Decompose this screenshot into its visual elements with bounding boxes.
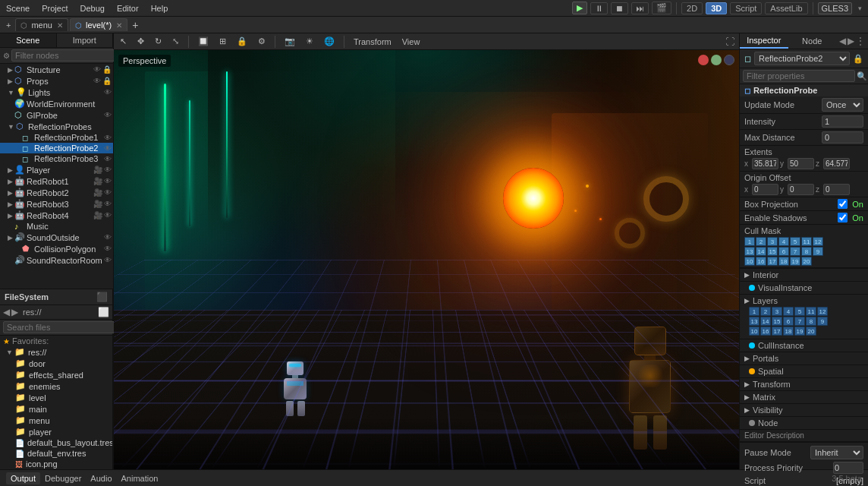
level-tab-close[interactable]: ✕ [116, 21, 122, 30]
menu-tab[interactable]: ⬡ menu ✕ [15, 18, 68, 31]
stop-button[interactable]: ⏹ [611, 2, 628, 14]
cam-icon-rr4[interactable]: 🎥 [93, 211, 102, 219]
fs-res-root[interactable]: ▼ 📁 res:// [0, 346, 112, 358]
movie-button[interactable]: 🎬 [652, 2, 671, 14]
eye-icon-rr2[interactable]: 👁 [104, 188, 112, 197]
mode-3d-button[interactable]: 3D [706, 2, 727, 14]
section-interior[interactable]: ▶ Interior [740, 269, 868, 282]
origin-y-input[interactable] [788, 184, 814, 195]
tab-animation[interactable]: Animation [117, 472, 163, 484]
cull-cell-5[interactable]: 5 [790, 237, 800, 246]
eye-icon-soundoutside[interactable]: 👁 [104, 233, 112, 241]
renderer-dropdown-icon[interactable]: ▾ [855, 3, 865, 14]
tree-node-reflectionprobe1[interactable]: ▶ ◻ ReflectionProbe1 👁 [0, 132, 113, 143]
eye-icon-soundreactor[interactable]: 👁 [104, 256, 112, 264]
cam-icon-rr1[interactable]: 🎥 [93, 177, 102, 185]
update-mode-dropdown[interactable]: Once [822, 98, 863, 112]
fs-search-input[interactable] [3, 321, 115, 333]
cam-icon-rr2[interactable]: 🎥 [93, 188, 102, 197]
menu-project[interactable]: Project [39, 2, 71, 14]
tree-node-worldenv[interactable]: ▶ 🌍 WorldEnvironment [0, 98, 113, 109]
fs-view-toggle[interactable]: ⬜ [98, 307, 109, 317]
node-lock-button[interactable]: 🔒 [853, 54, 863, 64]
fs-player[interactable]: 📁 player [0, 426, 112, 437]
layer-cell-9[interactable]: 9 [817, 317, 828, 326]
add-tab-button[interactable]: + [129, 18, 141, 32]
cull-cell-4[interactable]: 4 [778, 237, 789, 246]
layer-cell-7[interactable]: 7 [794, 317, 805, 326]
camera-button[interactable]: 📷 [281, 35, 298, 48]
eye-icon-collision[interactable]: 👁 [104, 245, 112, 253]
tree-node-redrobot4[interactable]: ▶ 🤖 RedRobot4 🎥 👁 [0, 210, 113, 221]
fs-default-env[interactable]: 📄 default_env.tres [0, 448, 112, 459]
tree-node-soundreactorroom[interactable]: ▶ 🔊 SoundReactorRoom 👁 [0, 254, 113, 266]
level-tab[interactable]: ⬡ level(*) ✕ [70, 18, 127, 31]
inspector-filter-input[interactable] [743, 70, 855, 82]
orient-dot-2[interactable] [711, 55, 722, 65]
renderer-label[interactable]: GLES3 [818, 2, 852, 14]
node-selector-dropdown[interactable]: ReflectionProbe2 [754, 52, 850, 65]
cull-cell-11[interactable]: 11 [801, 237, 812, 246]
cull-cell-8[interactable]: 8 [801, 247, 812, 256]
viewport-scene[interactable]: Perspective [114, 50, 739, 469]
fs-main[interactable]: 📁 main [0, 403, 112, 415]
section-portals[interactable]: ▶ Portals [740, 352, 868, 365]
cull-cell-2[interactable]: 2 [756, 237, 766, 246]
tree-node-lights[interactable]: ▼ 💡 Lights 👁 [0, 87, 113, 98]
eye-icon-rr3[interactable]: 👁 [104, 200, 112, 208]
orient-dot-3[interactable] [724, 55, 734, 65]
extents-y-input[interactable] [788, 158, 814, 169]
tab-node[interactable]: Node [788, 34, 837, 48]
cull-cell-6[interactable]: 6 [778, 247, 789, 256]
move-tool-button[interactable]: ✥ [134, 35, 147, 48]
tree-node-player[interactable]: ▶ 👤 Player 🎥 👁 [0, 164, 113, 175]
fs-icon-png[interactable]: 🖼 icon.png [0, 459, 112, 469]
eye-icon-giprobe[interactable]: 👁 [104, 111, 112, 119]
origin-x-input[interactable] [752, 184, 778, 195]
tree-node-reflectionprobe2[interactable]: ▶ ◻ ReflectionProbe2 👁 [0, 143, 113, 153]
fs-forward-button[interactable]: ▶ [11, 307, 18, 317]
cull-cell-19[interactable]: 19 [790, 257, 800, 266]
layer-cell-1[interactable]: 1 [749, 307, 760, 316]
tab-debugger[interactable]: Debugger [40, 472, 86, 484]
transform-button[interactable]: Transform [351, 36, 395, 48]
tree-node-reflectionprobes[interactable]: ▼ ⬡ ReflectionProbes [0, 121, 113, 132]
tree-node-props[interactable]: ▶ ⬡ Props 👁 🔒 [0, 75, 113, 87]
menu-help[interactable]: Help [148, 2, 171, 14]
eye-icon-rp3[interactable]: 👁 [104, 155, 112, 163]
mode-2d-button[interactable]: 2D [681, 2, 703, 14]
step-button[interactable]: ⏭ [631, 2, 649, 14]
insp-menu-button[interactable]: ⋮ [856, 36, 865, 46]
process-priority-input[interactable] [833, 462, 863, 474]
snap-button[interactable]: 🔲 [195, 35, 212, 48]
tree-node-collisionpolygon[interactable]: ▶ ⬟ CollisionPolygon 👁 [0, 243, 113, 254]
new-tab-button[interactable]: + [3, 20, 14, 30]
cull-cell-13[interactable]: 13 [744, 247, 755, 256]
layer-cell-15[interactable]: 15 [772, 317, 782, 326]
fs-menu[interactable]: 📁 menu [0, 415, 112, 426]
cull-cell-7[interactable]: 7 [790, 247, 800, 256]
tab-output[interactable]: Output [6, 472, 40, 484]
assetlib-button[interactable]: AssetLib [765, 2, 807, 14]
tab-import[interactable]: Import [57, 33, 114, 47]
scale-tool-button[interactable]: ⤡ [169, 35, 182, 48]
section-transform[interactable]: ▶ Transform [740, 378, 868, 391]
rotate-tool-button[interactable]: ↻ [152, 35, 165, 48]
cull-cell-9[interactable]: 9 [813, 247, 823, 256]
layer-cell-12[interactable]: 12 [817, 307, 828, 316]
section-node[interactable]: Node [740, 417, 868, 430]
tree-node-redrobot1[interactable]: ▶ 🤖 RedRobot1 🎥 👁 [0, 175, 113, 187]
layer-cell-6[interactable]: 6 [783, 317, 794, 326]
cam-icon-rr3[interactable]: 🎥 [93, 200, 102, 208]
layer-cell-13[interactable]: 13 [749, 317, 760, 326]
intensity-input[interactable] [822, 115, 863, 128]
orient-dot-1[interactable] [698, 55, 709, 65]
tab-inspector[interactable]: Inspector [740, 33, 788, 49]
layer-cell-17[interactable]: 17 [772, 327, 782, 336]
fs-level[interactable]: 📁 level [0, 392, 112, 403]
script-button[interactable]: Script [730, 2, 762, 14]
box-projection-checkbox[interactable] [838, 199, 848, 209]
section-matrix[interactable]: ▶ Matrix [740, 391, 868, 404]
menu-editor[interactable]: Editor [114, 2, 142, 14]
tree-node-soundoutside[interactable]: ▶ 🔊 SoundOutside 👁 [0, 232, 113, 243]
